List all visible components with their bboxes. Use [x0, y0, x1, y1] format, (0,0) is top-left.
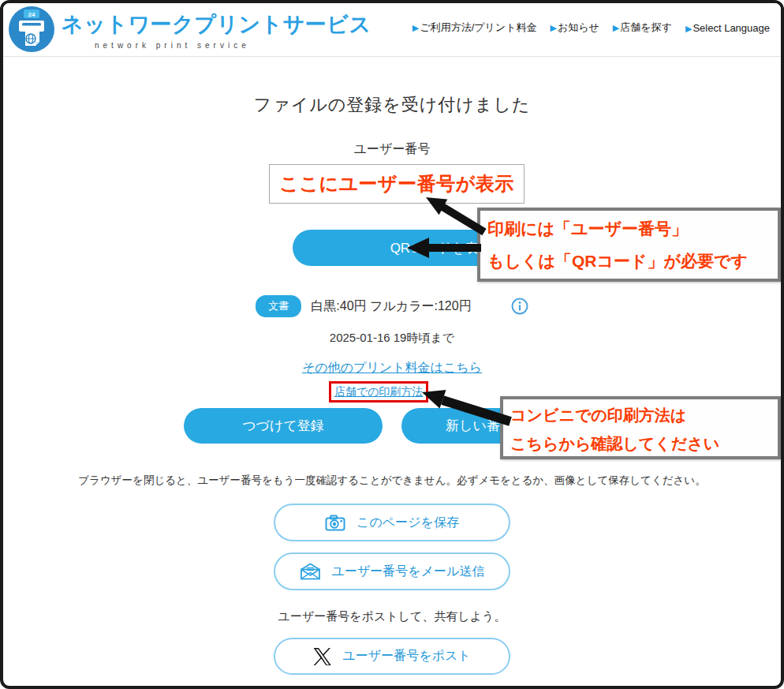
post-user-number-button[interactable]: ユーザー番号をポスト	[274, 638, 510, 675]
triangle-icon: ▶	[413, 23, 419, 32]
continue-register-button[interactable]: つづけて登録	[184, 408, 383, 444]
user-number-label: ユーザー番号	[3, 141, 781, 158]
store-print-link[interactable]: 店舗での印刷方法	[334, 385, 424, 398]
annotation-store-line2: こちらから確認してください	[510, 429, 771, 458]
other-price-link[interactable]: その他のプリント料金はこちら	[302, 361, 482, 374]
envelope-icon	[300, 563, 321, 580]
x-logo-icon	[313, 648, 331, 665]
mail-user-number-button[interactable]: ユーザー番号をメール送信	[274, 552, 510, 590]
expiry-date: 2025-01-16 19時頃まで	[3, 331, 781, 346]
page-title: ファイルの登録を受け付けました	[3, 93, 781, 117]
price-text: 白黒:40円 フルカラー:120円	[311, 298, 471, 315]
header: 24 ネットワークプリントサービス network print service …	[3, 3, 781, 57]
nav-select-language[interactable]: ▶Select Language	[685, 22, 770, 34]
logo[interactable]: 24 ネットワークプリントサービス network print service	[8, 6, 371, 56]
annotation-store-line1: コンビニでの印刷方法は	[510, 401, 771, 429]
document-badge: 文書	[256, 295, 301, 317]
post-button-label: ユーザー番号をポスト	[342, 648, 470, 665]
annotation-qr-line1: 印刷には「ユーザー番号」	[487, 212, 771, 245]
printer-logo-icon: 24	[8, 6, 55, 56]
logo-subtitle: network print service	[95, 41, 371, 50]
mail-button-label: ユーザー番号をメール送信	[332, 564, 485, 580]
page-frame: 24 ネットワークプリントサービス network print service …	[0, 0, 784, 689]
triangle-icon: ▶	[550, 23, 556, 32]
camera-icon	[325, 515, 345, 531]
share-prompt-text: ユーザー番号をポストして、共有しよう。	[3, 609, 781, 624]
nav-news[interactable]: ▶お知らせ	[550, 21, 599, 35]
save-page-label: このページを保存	[357, 515, 459, 531]
red-highlight-box: 店舗での印刷方法	[329, 381, 429, 403]
info-icon[interactable]	[511, 298, 528, 315]
annotation-box-qr: 印刷には「ユーザー番号」 もしくは「QRコード」が必要です	[477, 208, 781, 282]
header-nav: ▶ご利用方法/プリント料金 ▶お知らせ ▶店舗を探す ▶Select Langu…	[413, 21, 770, 35]
annotation-qr-line2: もしくは「QRコード」が必要です	[487, 245, 771, 277]
annotation-user-number-placeholder: ここにユーザー番号が表示	[279, 171, 513, 197]
logo-title: ネットワークプリントサービス	[62, 10, 371, 39]
price-row: 文書 白黒:40円 フルカラー:120円	[3, 295, 781, 317]
logo-badge-24: 24	[28, 11, 35, 18]
logo-text-block: ネットワークプリントサービス network print service	[62, 6, 371, 50]
save-page-button[interactable]: このページを保存	[274, 504, 510, 541]
other-price-row: その他のプリント料金はこちら	[3, 360, 781, 376]
triangle-icon: ▶	[613, 23, 619, 32]
triangle-icon: ▶	[685, 24, 692, 33]
nav-find-store[interactable]: ▶店舗を探す	[613, 21, 672, 35]
annotation-box-store: コンビニでの印刷方法は こちらから確認してください	[500, 396, 781, 459]
user-number-box: ここにユーザー番号が表示	[269, 164, 525, 204]
browser-close-note: ブラウザーを閉じると、ユーザー番号をもう一度確認することができません。必ずメモを…	[3, 474, 781, 488]
nav-usage-fees[interactable]: ▶ご利用方法/プリント料金	[413, 21, 537, 35]
